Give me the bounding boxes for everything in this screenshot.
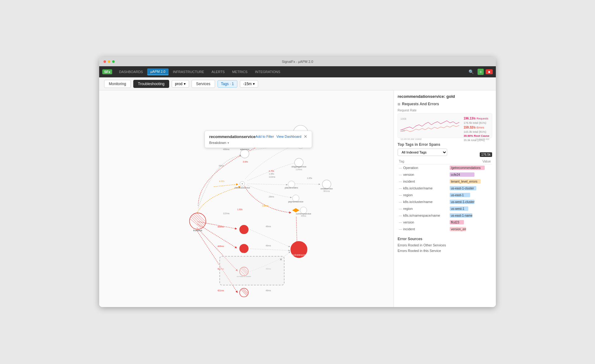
tag-bar: us-west-1: [450, 206, 468, 211]
browser-title-bar: SignalFx - µAPM 2.0: [99, 57, 496, 66]
env-dropdown[interactable]: prod ▾: [172, 80, 189, 88]
toolbar: Monitoring Troubleshooting prod ▾ Servic…: [99, 77, 496, 90]
minus-icon: —: [399, 207, 402, 210]
collapse-icon[interactable]: ⊟: [398, 102, 400, 106]
nav-alerts[interactable]: ALERTS: [209, 69, 228, 75]
table-row[interactable]: —k8s.io/namespace/name us-east-1-namespa…: [398, 212, 492, 219]
chart-container: 196.13/s Requests 176.5k total (81%) 159…: [398, 113, 492, 138]
error-rooted-this[interactable]: Errors Rooted in this Service: [398, 248, 492, 254]
nav-metrics[interactable]: METRICS: [229, 69, 251, 75]
table-row[interactable]: —incident version_errors: [398, 226, 492, 232]
tags-table: Tag Value 176.5k —Operation: [398, 158, 492, 232]
request-rate-label: Request Rate: [398, 109, 492, 112]
svg-line-15: [187, 213, 204, 230]
svg-text:405ms: 405ms: [218, 226, 224, 228]
chart-y-axis: 100k 100: [400, 117, 407, 132]
error-rooted-other[interactable]: Errors Rooted in Other Services: [398, 242, 492, 248]
svg-text:122ms: 122ms: [223, 212, 230, 214]
monitoring-button[interactable]: Monitoring: [104, 80, 131, 88]
svg-text:49ms: 49ms: [266, 225, 271, 228]
table-row[interactable]: —k8s.io/cluster/name us-east-1-cluster: [398, 185, 492, 192]
svg-text:405ms: 405ms: [218, 245, 224, 247]
tag-name-cell: —Operation: [398, 164, 448, 171]
svg-text:421ms: 421ms: [218, 289, 224, 292]
svg-text:bronze: bronze: [241, 233, 248, 236]
tag-value-cell: ccfe24: [448, 171, 492, 178]
bronze-close-icon[interactable]: ✕: [280, 258, 282, 262]
table-row[interactable]: —region us-west-1: [398, 205, 492, 212]
sparkline-svg: [400, 116, 459, 136]
tag-bar: ffcd23: [450, 220, 464, 224]
minus-icon: —: [399, 200, 402, 204]
minus-icon: —: [399, 193, 402, 197]
table-row[interactable]: —incident tenant_level_errors: [398, 178, 492, 185]
chevron-down-icon: ▾: [253, 82, 255, 86]
svg-text:1.85s: 1.85s: [307, 177, 312, 179]
service-tooltip: recommendationservice Add to Filter View…: [205, 131, 312, 148]
tooltip-breakdown[interactable]: Breakdown ▾: [209, 141, 307, 145]
user-icon[interactable]: ■: [486, 69, 493, 74]
add-to-filter-link[interactable]: Add to Filter: [256, 135, 274, 138]
table-row[interactable]: —Operation /getrecommendations: [398, 164, 492, 171]
svg-text:adservice: adservice: [240, 148, 249, 150]
nav-integrations[interactable]: INTEGRATIONS: [252, 69, 284, 75]
svg-text:1.84s: 1.84s: [269, 173, 274, 175]
tag-bar: us-east-1-namespace-1: [450, 213, 472, 218]
svg-text:checkoutservice: checkoutservice: [235, 187, 250, 189]
view-dashboard-link[interactable]: View Dashboard: [276, 135, 302, 138]
error-sources-section: Error Sources Errors Rooted in Other Ser…: [398, 237, 492, 254]
chart-stats: 196.13/s Requests 176.5k total (81%) 159…: [464, 116, 489, 142]
tag-bar: version_errors: [450, 227, 466, 231]
svg-point-7: [240, 150, 249, 158]
tag-value-cell: tenant_level_errors: [448, 178, 492, 185]
minus-icon: —: [399, 221, 402, 224]
bronze-group-box: ✕: [219, 256, 284, 285]
requests-errors-header: ⊟ Requests And Errors: [398, 102, 492, 106]
svg-text:113ms: 113ms: [269, 176, 275, 178]
nav-dashboards[interactable]: DASHBOARDS: [116, 69, 146, 75]
table-row[interactable]: —version ccfe24: [398, 171, 492, 178]
tags-filter[interactable]: Tags · 1: [218, 80, 237, 88]
right-panel: recommendationservice: gold ⊟ Requests A…: [394, 90, 496, 307]
svg-text:4.97s: 4.97s: [219, 180, 225, 182]
nav-uapm[interactable]: µAPM 2.0: [147, 68, 169, 75]
table-row[interactable]: —region us-east-1: [398, 192, 492, 198]
svg-text:49ms: 49ms: [266, 289, 271, 292]
svg-marker-4: [293, 208, 299, 212]
tag-bar: ccfe24: [450, 172, 474, 177]
chevron-down-icon: ▾: [227, 141, 229, 145]
add-button[interactable]: +: [478, 69, 484, 75]
tag-name-cell: —incident: [398, 226, 448, 232]
tag-name-cell: —region: [398, 192, 448, 198]
graph-area[interactable]: recommendationservice Add to Filter View…: [99, 90, 394, 307]
table-row[interactable]: —k8s.io/cluster/name us-west-1-cluster: [398, 198, 492, 205]
tag-name-cell: —version: [398, 171, 448, 178]
svg-text:132ms: 132ms: [262, 205, 269, 207]
services-button[interactable]: Services: [192, 80, 215, 88]
nav-bar: SFx DASHBOARDS µAPM 2.0 INFRASTRUCTURE A…: [99, 66, 496, 77]
sfx-logo[interactable]: SFx: [102, 69, 112, 74]
nav-infrastructure[interactable]: INFRASTRUCTURE: [170, 69, 207, 75]
all-indexed-dropdown[interactable]: All Indexed Tags: [398, 149, 447, 156]
browser-close[interactable]: [104, 60, 106, 63]
tag-value-cell: us-west-1: [448, 205, 492, 212]
svg-text:961ms: 961ms: [323, 190, 330, 192]
browser-title: SignalFx - µAPM 2.0: [282, 60, 313, 63]
table-row[interactable]: —version ffcd23: [398, 219, 492, 226]
time-dropdown[interactable]: -15m ▾: [240, 80, 258, 88]
minus-icon: —: [399, 166, 402, 170]
troubleshooting-button[interactable]: Troubleshooting: [133, 80, 169, 88]
top-tags-label: Top Tags in Error Spans: [398, 142, 492, 147]
chevron-down-icon: ▾: [184, 82, 186, 86]
browser-minimize[interactable]: [108, 60, 110, 63]
svg-text:emailservice: emailservice: [321, 188, 333, 190]
tooltip-service-name: recommendationservice: [209, 134, 256, 139]
search-icon[interactable]: 🔍: [467, 69, 476, 75]
main-content: recommendationservice Add to Filter View…: [99, 90, 496, 307]
browser-maximize[interactable]: [112, 60, 115, 63]
tag-value-cell: ffcd23: [448, 219, 492, 226]
value-total: 176.5k: [480, 152, 492, 157]
tooltip-close-icon[interactable]: ✕: [304, 134, 307, 139]
minus-icon: —: [399, 228, 402, 231]
tag-value-cell: us-east-1: [448, 192, 492, 198]
